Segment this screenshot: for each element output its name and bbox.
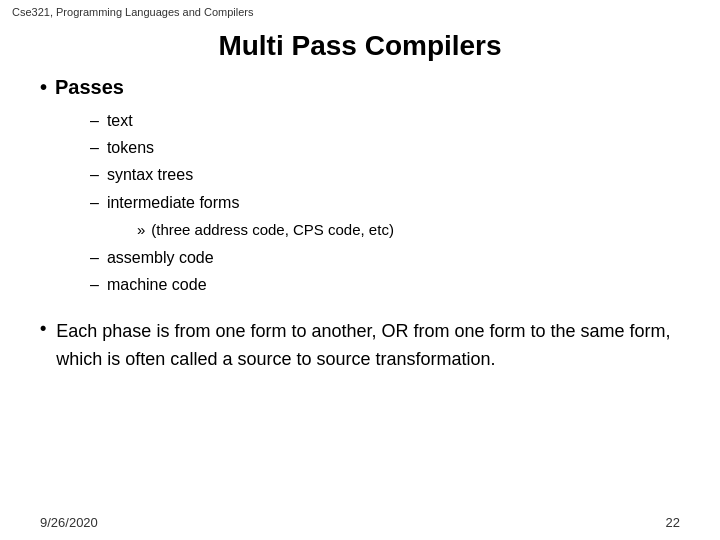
paragraph-section: • Each phase is from one form to another… — [0, 302, 720, 384]
arrow-icon: » — [137, 218, 145, 242]
footer-page: 22 — [666, 515, 680, 530]
sub-list-item: » (three address code, CPS code, etc) — [137, 218, 394, 242]
footer-date: 9/26/2020 — [40, 515, 98, 530]
content: • Passes – text – tokens – syntax trees … — [0, 76, 720, 298]
sub-item-text: (three address code, CPS code, etc) — [151, 218, 394, 242]
dash-icon: – — [90, 161, 99, 188]
paragraph-bullet: • — [40, 318, 46, 339]
list-item: – machine code — [90, 271, 680, 298]
passes-list: – text – tokens – syntax trees – interme… — [40, 107, 680, 298]
course-label: Cse321, Programming Languages and Compil… — [12, 6, 254, 18]
dash-icon: – — [90, 271, 99, 298]
item-text: intermediate forms — [107, 194, 240, 211]
list-item: – tokens — [90, 134, 680, 161]
item-text: syntax trees — [107, 161, 193, 188]
sub-list: » (three address code, CPS code, etc) — [107, 218, 394, 242]
dash-icon: – — [90, 134, 99, 161]
dash-icon: – — [90, 189, 99, 216]
title-section: Multi Pass Compilers — [0, 20, 720, 76]
item-text: tokens — [107, 134, 154, 161]
paragraph-text: Each phase is from one form to another, … — [56, 318, 680, 374]
item-text: machine code — [107, 271, 207, 298]
main-title: Multi Pass Compilers — [20, 30, 700, 62]
dash-icon: – — [90, 244, 99, 271]
list-item: – text — [90, 107, 680, 134]
footer: 9/26/2020 22 — [0, 515, 720, 530]
list-item: – syntax trees — [90, 161, 680, 188]
passes-bullet: • — [40, 76, 47, 99]
passes-label: Passes — [55, 76, 124, 99]
list-item: – intermediate forms » (three address co… — [90, 189, 680, 244]
list-item: – assembly code — [90, 244, 680, 271]
item-text: assembly code — [107, 244, 214, 271]
header-bar: Cse321, Programming Languages and Compil… — [0, 0, 720, 20]
dash-icon: – — [90, 107, 99, 134]
item-text: text — [107, 107, 133, 134]
passes-heading: • Passes — [40, 76, 680, 99]
